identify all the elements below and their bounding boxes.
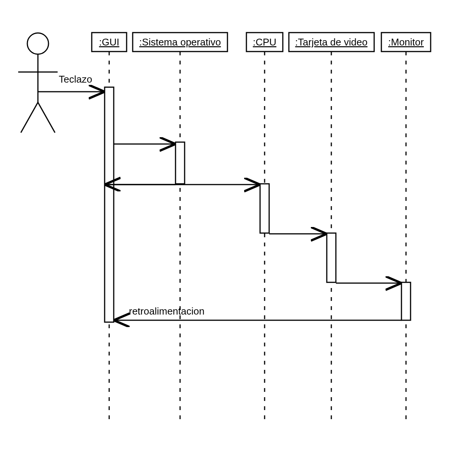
message-feedback-label: retroalimentacion — [129, 305, 204, 317]
participant-video: :Tarjeta de video — [289, 33, 374, 52]
activation-gui — [105, 87, 114, 322]
message-teclazo-label: Teclazo — [59, 74, 92, 85]
activation-cpu — [260, 184, 269, 233]
participant-cpu: :CPU — [246, 33, 283, 52]
participant-gui: :GUI — [92, 33, 127, 52]
activation-os — [176, 142, 185, 184]
participant-gui-label: :GUI — [99, 36, 119, 48]
sequence-diagram: :GUI :Sistema operativo :CPU :Tarjeta de… — [0, 0, 475, 476]
svg-line-3 — [21, 102, 38, 133]
participant-monitor-label: :Monitor — [388, 36, 424, 48]
message-feedback: retroalimentacion — [114, 305, 401, 320]
participant-os: :Sistema operativo — [133, 33, 227, 52]
activation-monitor — [401, 282, 411, 320]
message-teclazo: Teclazo — [38, 74, 105, 92]
participant-monitor: :Monitor — [381, 33, 431, 52]
participant-cpu-label: :CPU — [253, 36, 276, 48]
svg-line-4 — [38, 102, 55, 133]
actor-user — [18, 33, 58, 133]
participant-os-label: :Sistema operativo — [139, 36, 221, 48]
activation-video — [327, 233, 336, 282]
participant-video-label: :Tarjeta de video — [295, 36, 368, 48]
svg-point-0 — [27, 33, 49, 54]
